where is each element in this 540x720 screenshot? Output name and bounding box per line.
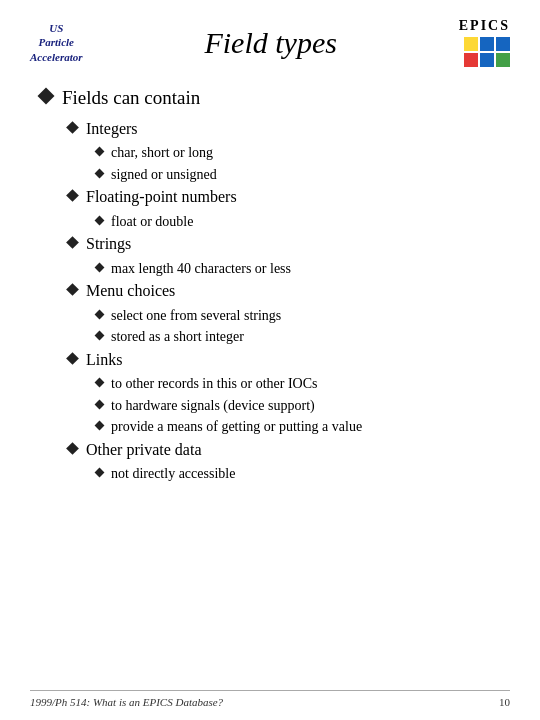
- links-item-2: to hardware signals (device support): [40, 396, 510, 416]
- integers-item-1: char, short or long: [40, 143, 510, 163]
- diamond-icon-l3-links-3: [95, 421, 105, 431]
- logo-text-line2: Particle: [39, 35, 74, 49]
- integers-item-2: signed or unsigned: [40, 165, 510, 185]
- logo-text-line1: US: [49, 21, 63, 35]
- diamond-icon-l1: [38, 88, 55, 105]
- diamond-icon-l2-links: [66, 352, 79, 365]
- links-item-1: to other records in this or other IOCs: [40, 374, 510, 394]
- header: US Particle Accelerator Field types EPIC…: [30, 18, 510, 67]
- epics-square-2: [480, 37, 494, 51]
- epics-square-4: [464, 53, 478, 67]
- diamond-icon-l3-private-1: [95, 468, 105, 478]
- epics-square-3: [496, 37, 510, 51]
- strings-item-1-text: max length 40 characters or less: [111, 259, 291, 279]
- epics-logo: EPICS: [459, 18, 510, 67]
- links-item-3: provide a means of getting or putting a …: [40, 417, 510, 437]
- diamond-icon-l3-menu-1: [95, 309, 105, 319]
- slide-title: Field types: [83, 26, 459, 60]
- logo-text-line3: Accelerator: [30, 50, 83, 64]
- integers-label: Integers: [86, 118, 138, 140]
- strings-item-1: max length 40 characters or less: [40, 259, 510, 279]
- footer-page: 10: [499, 696, 510, 708]
- menu-item-2: stored as a short integer: [40, 327, 510, 347]
- diamond-icon-l3-floats-1: [95, 215, 105, 225]
- diamond-icon-l3-links-2: [95, 399, 105, 409]
- integers-bullet: Integers: [40, 118, 510, 140]
- slide: US Particle Accelerator Field types EPIC…: [0, 0, 540, 720]
- menu-item-1: select one from several strings: [40, 306, 510, 326]
- diamond-icon-l2-private: [66, 442, 79, 455]
- diamond-icon-l2-strings: [66, 236, 79, 249]
- epics-square-6: [496, 53, 510, 67]
- section-links: Links to other records in this or other …: [40, 349, 510, 437]
- diamond-icon-l3-links-1: [95, 378, 105, 388]
- section-integers: Integers char, short or long signed or u…: [40, 118, 510, 185]
- private-item-1: not directly accessible: [40, 464, 510, 484]
- links-item-2-text: to hardware signals (device support): [111, 396, 315, 416]
- strings-label: Strings: [86, 233, 131, 255]
- top-bullet: Fields can contain: [40, 85, 510, 112]
- menu-label: Menu choices: [86, 280, 175, 302]
- diamond-icon-l2-menu: [66, 283, 79, 296]
- private-label: Other private data: [86, 439, 202, 461]
- diamond-icon-l3-1: [95, 147, 105, 157]
- section-menu: Menu choices select one from several str…: [40, 280, 510, 347]
- epics-square-1: [464, 37, 478, 51]
- section-strings: Strings max length 40 characters or less: [40, 233, 510, 278]
- floats-label: Floating-point numbers: [86, 186, 237, 208]
- diamond-icon-l2-integers: [66, 121, 79, 134]
- floats-item-1-text: float or double: [111, 212, 193, 232]
- footer-caption: 1999/Ph 514: What is an EPICS Database?: [30, 696, 223, 708]
- epics-grid: [464, 37, 510, 67]
- footer: 1999/Ph 514: What is an EPICS Database? …: [30, 690, 510, 708]
- section-private: Other private data not directly accessib…: [40, 439, 510, 484]
- diamond-icon-l2-floats: [66, 189, 79, 202]
- links-bullet: Links: [40, 349, 510, 371]
- integers-item-1-text: char, short or long: [111, 143, 213, 163]
- private-item-1-text: not directly accessible: [111, 464, 235, 484]
- links-item-3-text: provide a means of getting or putting a …: [111, 417, 362, 437]
- menu-item-1-text: select one from several strings: [111, 306, 281, 326]
- strings-bullet: Strings: [40, 233, 510, 255]
- menu-item-2-text: stored as a short integer: [111, 327, 244, 347]
- section-floats: Floating-point numbers float or double: [40, 186, 510, 231]
- epics-label: EPICS: [459, 18, 510, 34]
- us-particle-accelerator-logo: US Particle Accelerator: [30, 21, 83, 64]
- diamond-icon-l3-menu-2: [95, 331, 105, 341]
- menu-bullet: Menu choices: [40, 280, 510, 302]
- top-label: Fields can contain: [62, 85, 200, 112]
- main-content: Fields can contain Integers char, short …: [30, 85, 510, 484]
- floats-bullet: Floating-point numbers: [40, 186, 510, 208]
- integers-item-2-text: signed or unsigned: [111, 165, 217, 185]
- links-label: Links: [86, 349, 122, 371]
- diamond-icon-l3-2: [95, 168, 105, 178]
- epics-square-5: [480, 53, 494, 67]
- links-item-1-text: to other records in this or other IOCs: [111, 374, 317, 394]
- diamond-icon-l3-strings-1: [95, 262, 105, 272]
- floats-item-1: float or double: [40, 212, 510, 232]
- private-bullet: Other private data: [40, 439, 510, 461]
